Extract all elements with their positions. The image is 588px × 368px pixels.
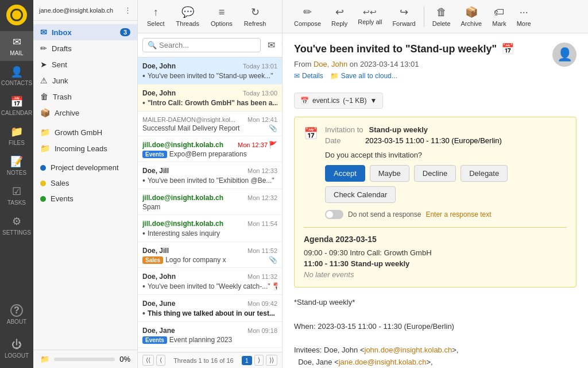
email-sender: Doe, June [142,300,245,308]
agenda-box: Agenda 2023-03-15 09:00 - 09:30 Intro Ca… [304,227,567,279]
events-label: Events [51,194,130,203]
envelope-icon[interactable]: ✉ [268,40,275,51]
select-button[interactable]: ↑ Select [142,4,169,29]
sidebar-item-inbox[interactable]: ✉ Inbox 3 [33,24,137,40]
inv-response-row: Do not send a response Enter a response … [325,210,567,219]
list-item[interactable]: Doe, Jill Mon 12:33 • You've been invite… [138,162,282,189]
sidebar-item-trash[interactable]: 🗑 Trash [33,89,137,105]
refresh-label: Refresh [244,20,266,27]
from-link[interactable]: Doe, John [314,60,347,68]
refresh-button[interactable]: ↻ Refresh [239,3,271,29]
bullet-icon: • [142,71,145,80]
maybe-button[interactable]: Maybe [370,165,409,182]
subject-text: Logo for company x [165,256,226,264]
delegate-button[interactable]: Delegate [461,165,508,182]
inv-buttons: Accept Maybe Decline Delegate Check Cale… [325,165,567,203]
sidebar-item-sales[interactable]: Sales [33,175,137,191]
search-input[interactable] [159,41,256,49]
subject-text: This thing we talked about in our test..… [148,309,275,317]
inv-details: Invitation to Stand-up weekly Date 2023-… [325,125,567,219]
sidebar-item-tasks[interactable]: ☑ TASKS [0,181,33,210]
list-item[interactable]: MAILER-DAEMON@insight.kol... Mon 12:41 S… [138,112,282,136]
attachment-row[interactable]: 📅 event.ics (~1 KB) ▼ [294,93,383,109]
sidebar-item-mail[interactable]: ✉ MAIL [0,31,33,61]
sidebar-item-calendar[interactable]: 📅 CALENDAR [0,91,33,121]
list-item[interactable]: Doe, June Mon 09:42 • This thing we talk… [138,295,282,322]
list-item[interactable]: Doe, Jill Mon 11:52 Sales Logo for compa… [138,242,282,268]
email-datetime: 2023-03-14 13:01 [360,60,419,68]
tasks-label: TASKS [7,200,26,206]
reply-button[interactable]: ↩ Reply [327,3,352,29]
list-item[interactable]: jill.doe@insight.kolab.ch Mon 11:54 • In… [138,215,282,242]
list-item[interactable]: jill.doe@insight.kolab.ch Mon 12:37 🚩 Ev… [138,136,282,162]
first-page-button[interactable]: ⟨⟨ [142,355,154,366]
delete-button[interactable]: 🗑 Delete [428,4,455,29]
archive-label: Archive [55,109,130,117]
list-item[interactable]: Doe, Jane Mon 09:07 Update [138,348,282,352]
list-item[interactable]: Doe, John Today 13:00 • "Intro Call: Gro… [138,85,282,112]
calendar-icon: 📅 [277,177,277,185]
sidebar-item-growth-gmbh[interactable]: 📁 Growth GmbH [33,124,137,140]
sidebar-item-events[interactable]: Events [33,191,137,206]
more-button[interactable]: ··· More [512,4,536,29]
mark-button[interactable]: 🏷 Mark [488,4,510,29]
growth-gmbh-label: Growth GmbH [55,128,130,137]
sales-label: Sales [51,179,130,187]
sidebar-item-sent[interactable]: ➤ Sent [33,56,137,72]
list-item[interactable]: Doe, John Mon 11:32 • You've been invite… [138,268,282,295]
sidebar-item-project-dev[interactable]: Project development [33,160,137,175]
sidebar-item-about[interactable]: ? ABOUT [0,300,33,329]
compose-button[interactable]: ✏ Compose [289,3,326,29]
sidebar-item-contacts[interactable]: 👤 CONTACTS [0,61,33,91]
sidebar-item-logout[interactable]: ⏻ LOGOUT [0,334,33,363]
select-icon: ↑ [153,6,158,18]
no-response-toggle[interactable] [325,210,343,219]
inv-to-label: Invitation to [325,125,363,134]
trash-label: Trash [53,93,130,101]
next-page-button[interactable]: ⟩ [254,355,264,366]
attachment-dropdown-icon[interactable]: ▼ [370,97,377,105]
sidebar-item-notes[interactable]: 📝 NOTES [0,151,33,181]
more-label: More [517,20,531,27]
email-list-panel: 🔍 ✉ ▼ Doe, John Today 13:01 • You've bee… [138,33,283,368]
list-item[interactable]: Doe, Jane Mon 09:18 Events Event plannin… [138,322,282,348]
decline-button[interactable]: Decline [414,165,456,182]
calendar-icon: 📅 [10,95,23,108]
save-cloud-link[interactable]: 📁 Save all to cloud... [330,72,397,80]
options-label: Options [211,20,233,27]
sidebar-item-files[interactable]: 📁 FILES [0,121,33,151]
response-text-link[interactable]: Enter a response text [425,210,491,218]
current-page-button[interactable]: 1 [242,356,252,365]
accept-button[interactable]: Accept [325,165,365,182]
email-from: From Doe, John on 2023-03-14 13:01 [294,60,514,68]
sidebar-item-incoming-leads[interactable]: 📁 Incoming Leads [33,140,137,156]
sidebar-item-junk[interactable]: ⚠ Junk [33,72,137,89]
list-item[interactable]: Doe, John Today 13:01 • You've been invi… [138,57,282,85]
forward-button[interactable]: ↪ Forward [388,3,420,29]
invitee-link-2[interactable]: jane.doe@insight.kolab.ch [339,358,427,366]
reply-all-button[interactable]: ↩↩ Reply all [353,5,386,28]
last-page-button[interactable]: ⟩⟩ [266,355,277,366]
threads-button[interactable]: 💬 Threads [172,3,204,29]
prev-page-button[interactable]: ⟨ [156,355,165,366]
sidebar-item-drafts[interactable]: ✏ Drafts [33,40,137,56]
title-text: You've been invited to "Stand-up weekly" [294,43,497,55]
mail-icon: ✉ [13,36,21,48]
email-sender: Doe, Jill [142,247,245,255]
project-dev-label: Project development [51,163,130,172]
archive-button[interactable]: 📦 Archive [457,3,487,29]
options-button[interactable]: ≡ Options [206,4,237,29]
email-subject: • Interesting sales inquiry [142,229,277,238]
check-calendar-button[interactable]: Check Calendar [325,186,396,203]
email-time: Mon 12:32 [247,194,277,201]
sent-icon: ➤ [40,60,47,69]
details-link[interactable]: ✉ Details [294,72,323,80]
sidebar-item-settings[interactable]: ⚙ SETTINGS [0,210,33,240]
list-item[interactable]: jill.doe@insight.kolab.ch Mon 12:32 Spam [138,189,282,215]
attachment-icon: 📎 [269,124,277,132]
sidebar-item-archive[interactable]: 📦 Archive [33,105,137,121]
invitee-link-1[interactable]: john.doe@insight.kolab.ch [365,346,452,354]
sidebar-options-icon[interactable]: ⋮ [124,6,131,14]
page-nav-right: 1 ⟩ ⟩⟩ [242,355,277,366]
email-list-header: 🔍 ✉ ▼ [138,33,282,57]
